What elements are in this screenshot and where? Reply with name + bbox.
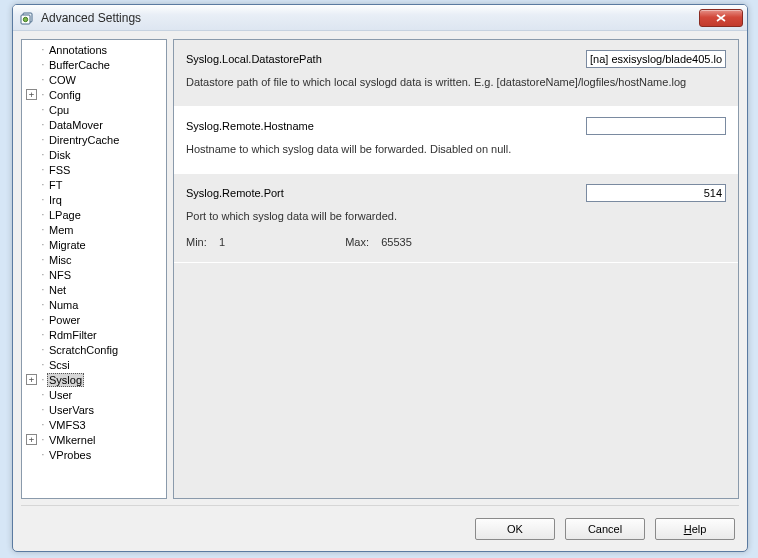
cancel-button[interactable]: Cancel bbox=[565, 518, 645, 540]
tree-item-vmkernel[interactable]: +·VMkernel bbox=[24, 432, 164, 447]
tree-item-net[interactable]: ·Net bbox=[24, 282, 164, 297]
tree-item-label[interactable]: VMkernel bbox=[47, 434, 97, 446]
tree-item-label[interactable]: Net bbox=[47, 284, 68, 296]
tree-item-label[interactable]: Misc bbox=[47, 254, 74, 266]
tree-item-label[interactable]: Power bbox=[47, 314, 82, 326]
tree-item-label[interactable]: LPage bbox=[47, 209, 83, 221]
setting-key: Syslog.Remote.Hostname bbox=[186, 120, 586, 132]
tree-item-irq[interactable]: ·Irq bbox=[24, 192, 164, 207]
titlebar[interactable]: Advanced Settings bbox=[13, 5, 747, 31]
tree-item-annotations[interactable]: ·Annotations bbox=[24, 42, 164, 57]
app-icon bbox=[19, 10, 35, 26]
dialog-body: ·Annotations·BufferCache·COW+·Config·Cpu… bbox=[13, 31, 747, 551]
tree-item-config[interactable]: +·Config bbox=[24, 87, 164, 102]
main-area: ·Annotations·BufferCache·COW+·Config·Cpu… bbox=[21, 39, 739, 499]
tree-item-label[interactable]: Disk bbox=[47, 149, 72, 161]
tree-item-label[interactable]: Syslog bbox=[47, 373, 84, 387]
tree-item-vprobes[interactable]: ·VProbes bbox=[24, 447, 164, 462]
tree-item-cpu[interactable]: ·Cpu bbox=[24, 102, 164, 117]
tree-item-user[interactable]: ·User bbox=[24, 387, 164, 402]
tree-item-disk[interactable]: ·Disk bbox=[24, 147, 164, 162]
setting-value-input[interactable] bbox=[586, 50, 726, 68]
window-title: Advanced Settings bbox=[41, 11, 699, 25]
tree-item-misc[interactable]: ·Misc bbox=[24, 252, 164, 267]
tree-item-label[interactable]: UserVars bbox=[47, 404, 96, 416]
tree-item-cow[interactable]: ·COW bbox=[24, 72, 164, 87]
expand-icon[interactable]: + bbox=[26, 89, 37, 100]
setting-syslog-local-datastorepath: Syslog.Local.DatastorePathDatastore path… bbox=[174, 40, 738, 107]
tree-item-label[interactable]: ScratchConfig bbox=[47, 344, 120, 356]
setting-key: Syslog.Remote.Port bbox=[186, 187, 586, 199]
tree-item-buffercache[interactable]: ·BufferCache bbox=[24, 57, 164, 72]
tree-item-label[interactable]: Config bbox=[47, 89, 83, 101]
tree-item-rdmfilter[interactable]: ·RdmFilter bbox=[24, 327, 164, 342]
tree-item-label[interactable]: Scsi bbox=[47, 359, 72, 371]
setting-syslog-remote-hostname: Syslog.Remote.HostnameHostname to which … bbox=[174, 107, 738, 174]
tree-item-label[interactable]: User bbox=[47, 389, 74, 401]
tree-item-vmfs3[interactable]: ·VMFS3 bbox=[24, 417, 164, 432]
setting-description: Hostname to which syslog data will be fo… bbox=[186, 143, 726, 155]
tree-item-label[interactable]: BufferCache bbox=[47, 59, 112, 71]
tree-item-label[interactable]: FT bbox=[47, 179, 64, 191]
tree-item-label[interactable]: COW bbox=[47, 74, 78, 86]
tree-item-label[interactable]: NFS bbox=[47, 269, 73, 281]
tree-item-power[interactable]: ·Power bbox=[24, 312, 164, 327]
setting-key: Syslog.Local.DatastorePath bbox=[186, 53, 586, 65]
tree-item-label[interactable]: Numa bbox=[47, 299, 80, 311]
tree-item-label[interactable]: Cpu bbox=[47, 104, 71, 116]
tree-item-uservars[interactable]: ·UserVars bbox=[24, 402, 164, 417]
tree-item-scratchconfig[interactable]: ·ScratchConfig bbox=[24, 342, 164, 357]
tree-item-label[interactable]: Annotations bbox=[47, 44, 109, 56]
tree-item-label[interactable]: VProbes bbox=[47, 449, 93, 461]
setting-syslog-remote-port: Syslog.Remote.PortPort to which syslog d… bbox=[174, 174, 738, 263]
settings-tree[interactable]: ·Annotations·BufferCache·COW+·Config·Cpu… bbox=[21, 39, 167, 499]
ok-button[interactable]: OK bbox=[475, 518, 555, 540]
tree-item-datamover[interactable]: ·DataMover bbox=[24, 117, 164, 132]
tree-item-nfs[interactable]: ·NFS bbox=[24, 267, 164, 282]
tree-item-label[interactable]: RdmFilter bbox=[47, 329, 99, 341]
expand-icon[interactable]: + bbox=[26, 374, 37, 385]
advanced-settings-window: Advanced Settings ·Annotations·BufferCac… bbox=[12, 4, 748, 552]
tree-item-migrate[interactable]: ·Migrate bbox=[24, 237, 164, 252]
tree-item-label[interactable]: Irq bbox=[47, 194, 64, 206]
close-button[interactable] bbox=[699, 9, 743, 27]
setting-min-max: Min: 1Max: 65535 bbox=[186, 236, 726, 248]
tree-item-lpage[interactable]: ·LPage bbox=[24, 207, 164, 222]
tree-item-label[interactable]: VMFS3 bbox=[47, 419, 88, 431]
tree-item-mem[interactable]: ·Mem bbox=[24, 222, 164, 237]
tree-item-scsi[interactable]: ·Scsi bbox=[24, 357, 164, 372]
setting-description: Port to which syslog data will be forwar… bbox=[186, 210, 726, 222]
setting-description: Datastore path of file to which local sy… bbox=[186, 76, 726, 88]
svg-point-2 bbox=[23, 17, 27, 21]
tree-item-label[interactable]: Mem bbox=[47, 224, 75, 236]
settings-content: Syslog.Local.DatastorePathDatastore path… bbox=[173, 39, 739, 499]
tree-item-direntrycache[interactable]: ·DirentryCache bbox=[24, 132, 164, 147]
tree-item-label[interactable]: FSS bbox=[47, 164, 72, 176]
expand-icon[interactable]: + bbox=[26, 434, 37, 445]
help-button[interactable]: Help bbox=[655, 518, 735, 540]
tree-item-label[interactable]: Migrate bbox=[47, 239, 88, 251]
dialog-footer: OK Cancel Help bbox=[21, 505, 739, 545]
tree-item-label[interactable]: DirentryCache bbox=[47, 134, 121, 146]
tree-item-numa[interactable]: ·Numa bbox=[24, 297, 164, 312]
tree-item-syslog[interactable]: +·Syslog bbox=[24, 372, 164, 387]
tree-item-fss[interactable]: ·FSS bbox=[24, 162, 164, 177]
tree-item-label[interactable]: DataMover bbox=[47, 119, 105, 131]
setting-value-input[interactable] bbox=[586, 184, 726, 202]
setting-value-input[interactable] bbox=[586, 117, 726, 135]
tree-item-ft[interactable]: ·FT bbox=[24, 177, 164, 192]
